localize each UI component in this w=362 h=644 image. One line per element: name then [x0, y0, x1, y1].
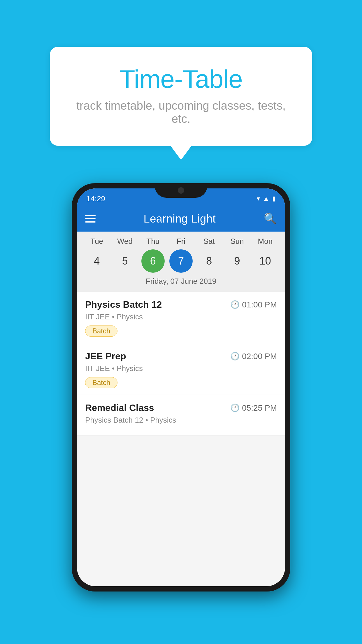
day-label-sat: Sat: [197, 237, 221, 246]
day-label-mon: Mon: [254, 237, 277, 246]
date-6-today[interactable]: 6: [141, 249, 165, 273]
days-row: Tue Wed Thu Fri Sat Sun Mon: [83, 237, 279, 246]
wifi-icon: ▾: [257, 195, 260, 202]
phone-screen: 14:29 ▾ ▲ ▮ Learning Light 🔍: [77, 188, 285, 586]
dates-row: 4 5 6 7 8 9 10: [83, 249, 279, 273]
schedule-item-2[interactable]: JEE Prep 🕐 02:00 PM IIT JEE • Physics Ba…: [77, 343, 285, 395]
date-9[interactable]: 9: [226, 249, 249, 273]
status-icons: ▾ ▲ ▮: [257, 195, 276, 202]
date-5[interactable]: 5: [113, 249, 136, 273]
battery-icon: ▮: [272, 195, 276, 202]
phone-mockup: 14:29 ▾ ▲ ▮ Learning Light 🔍: [72, 183, 290, 592]
clock-icon-3: 🕐: [230, 403, 240, 412]
date-10[interactable]: 10: [254, 249, 277, 273]
schedule-item-3-title: Remedial Class: [85, 402, 154, 413]
speech-bubble-subtitle: track timetable, upcoming classes, tests…: [73, 99, 289, 125]
speech-bubble: Time-Table track timetable, upcoming cla…: [50, 47, 312, 146]
camera-dot: [178, 187, 184, 194]
day-label-sun: Sun: [226, 237, 249, 246]
batch-badge-2: Batch: [85, 377, 117, 388]
calendar-header: Tue Wed Thu Fri Sat Sun Mon 4 5 6 7 8: [77, 232, 285, 292]
speech-bubble-container: Time-Table track timetable, upcoming cla…: [50, 47, 312, 160]
hamburger-menu-icon[interactable]: [85, 215, 96, 223]
schedule-item-2-title: JEE Prep: [85, 351, 126, 362]
search-icon[interactable]: 🔍: [264, 213, 277, 225]
clock-icon-1: 🕐: [230, 300, 240, 309]
schedule-container: Physics Batch 12 🕐 01:00 PM IIT JEE • Ph…: [77, 292, 285, 586]
day-label-wed: Wed: [113, 237, 136, 246]
schedule-item-1-sub: IIT JEE • Physics: [85, 312, 277, 321]
date-4[interactable]: 4: [85, 249, 108, 273]
date-8[interactable]: 8: [197, 249, 221, 273]
batch-badge-1: Batch: [85, 326, 117, 337]
status-time: 14:29: [86, 194, 105, 203]
day-label-thu: Thu: [141, 237, 165, 246]
schedule-item-2-time: 🕐 02:00 PM: [230, 352, 277, 361]
schedule-item-1-header: Physics Batch 12 🕐 01:00 PM: [85, 299, 277, 310]
speech-bubble-title: Time-Table: [73, 64, 289, 94]
signal-icon: ▲: [263, 195, 269, 202]
schedule-item-2-header: JEE Prep 🕐 02:00 PM: [85, 351, 277, 362]
schedule-item-1-title: Physics Batch 12: [85, 299, 162, 310]
schedule-item-3-sub: Physics Batch 12 • Physics: [85, 416, 277, 425]
schedule-item-2-sub: IIT JEE • Physics: [85, 364, 277, 373]
schedule-item-1-time: 🕐 01:00 PM: [230, 300, 277, 309]
schedule-item-3-time-text: 05:25 PM: [242, 403, 277, 413]
schedule-item-1-time-text: 01:00 PM: [242, 300, 277, 309]
date-7-selected[interactable]: 7: [169, 249, 193, 273]
phone-notch: [155, 183, 207, 198]
schedule-item-3-header: Remedial Class 🕐 05:25 PM: [85, 402, 277, 413]
schedule-item-3-time: 🕐 05:25 PM: [230, 403, 277, 413]
schedule-item-3[interactable]: Remedial Class 🕐 05:25 PM Physics Batch …: [77, 395, 285, 435]
speech-bubble-arrow: [171, 146, 191, 160]
app-title: Learning Light: [144, 213, 216, 225]
day-label-fri: Fri: [169, 237, 193, 246]
schedule-item-1[interactable]: Physics Batch 12 🕐 01:00 PM IIT JEE • Ph…: [77, 292, 285, 343]
day-label-tue: Tue: [85, 237, 108, 246]
app-bar: Learning Light 🔍: [77, 206, 285, 232]
schedule-item-2-time-text: 02:00 PM: [242, 352, 277, 361]
clock-icon-2: 🕐: [230, 352, 240, 361]
phone-outer: 14:29 ▾ ▲ ▮ Learning Light 🔍: [72, 183, 290, 592]
selected-date-label: Friday, 07 June 2019: [83, 277, 279, 286]
